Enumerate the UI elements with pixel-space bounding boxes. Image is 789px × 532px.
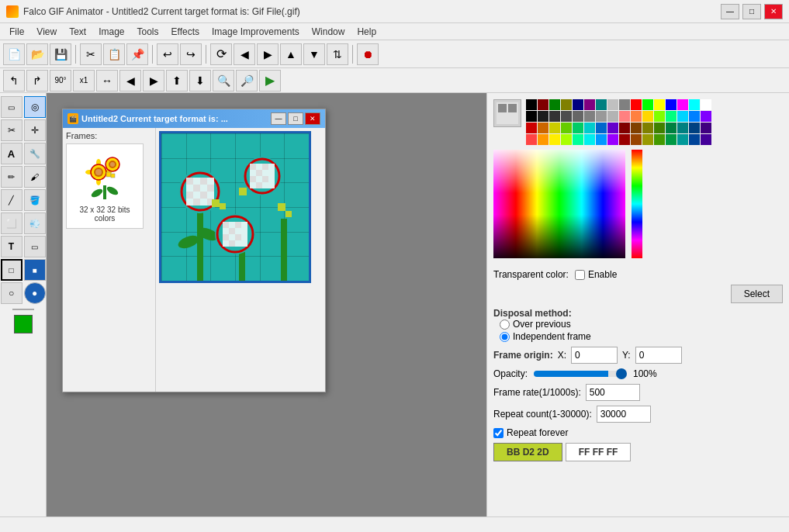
menu-file[interactable]: File: [3, 25, 30, 39]
toolbar-frame-prev[interactable]: ◀: [119, 70, 141, 92]
tool-border-rect[interactable]: □: [1, 259, 22, 281]
palette-color-cell[interactable]: [666, 123, 677, 133]
tool-rect[interactable]: T: [1, 236, 22, 257]
palette-color-cell[interactable]: [561, 99, 572, 110]
palette-color-cell[interactable]: [573, 123, 583, 133]
palette-color-cell[interactable]: [538, 123, 548, 133]
menu-tools[interactable]: Tools: [131, 25, 165, 39]
palette-color-cell[interactable]: [549, 134, 560, 145]
foreground-color[interactable]: [14, 315, 33, 333]
over-previous-radio[interactable]: [500, 320, 510, 330]
toolbar-save[interactable]: 💾: [50, 43, 71, 65]
palette-color-cell[interactable]: [677, 134, 688, 145]
palette-color-cell[interactable]: [701, 134, 711, 145]
palette-color-cell[interactable]: [619, 111, 630, 122]
menu-image-improvements[interactable]: Image Improvements: [206, 25, 306, 39]
tool-circle[interactable]: ○: [1, 282, 22, 304]
palette-color-cell[interactable]: [631, 99, 642, 110]
palette-color-cell[interactable]: [584, 111, 595, 122]
toolbar-zoom-in[interactable]: 🔍: [213, 70, 234, 92]
palette-color-cell[interactable]: [526, 99, 537, 110]
menu-view[interactable]: View: [30, 25, 63, 39]
over-previous-label[interactable]: Over previous: [500, 319, 783, 330]
tool-eraser[interactable]: ⬜: [1, 212, 22, 234]
palette-color-cell[interactable]: [584, 134, 595, 145]
palette-color-cell[interactable]: [538, 99, 548, 110]
tool-select[interactable]: ▭: [1, 96, 22, 118]
toolbar-cut[interactable]: ✂: [80, 43, 102, 65]
palette-color-cell[interactable]: [549, 111, 560, 122]
swatch-2[interactable]: FF FF FF: [566, 443, 632, 461]
toolbar-rotate-right[interactable]: ↱: [26, 70, 48, 92]
minimize-button[interactable]: —: [721, 4, 739, 19]
tool-line[interactable]: ╱: [1, 189, 22, 211]
toolbar-move-right[interactable]: ▶: [257, 43, 279, 65]
palette-color-cell[interactable]: [677, 111, 688, 122]
palette-color-cell[interactable]: [584, 99, 595, 110]
palette-color-cell[interactable]: [561, 111, 572, 122]
palette-color-cell[interactable]: [596, 134, 607, 145]
palette-color-cell[interactable]: [538, 134, 548, 145]
repeat-forever-checkbox[interactable]: [493, 428, 504, 438]
toolbar-paste[interactable]: 📌: [126, 43, 148, 65]
swatch-1[interactable]: BB D2 2D: [493, 443, 562, 461]
palette-color-cell[interactable]: [573, 99, 583, 110]
tool-fill[interactable]: 🪣: [24, 189, 46, 211]
toolbar-frame-next[interactable]: ▶: [143, 70, 164, 92]
color-gradient-picker[interactable]: [493, 150, 625, 258]
toolbar-redo[interactable]: ↪: [180, 43, 202, 65]
palette-color-cell[interactable]: [689, 99, 700, 110]
tool-pencil[interactable]: ✏: [1, 166, 22, 188]
toolbar-record[interactable]: ⏺: [357, 43, 379, 65]
toolbar-copy[interactable]: 📋: [103, 43, 125, 65]
toolbar-new[interactable]: 📄: [3, 43, 25, 65]
palette-color-cell[interactable]: [561, 134, 572, 145]
palette-color-cell[interactable]: [654, 134, 665, 145]
menu-help[interactable]: Help: [351, 25, 382, 39]
palette-color-cell[interactable]: [526, 123, 537, 133]
menu-effects[interactable]: Effects: [165, 25, 206, 39]
palette-color-cell[interactable]: [549, 123, 560, 133]
tool-crop[interactable]: ✂: [1, 119, 22, 141]
palette-color-cell[interactable]: [677, 123, 688, 133]
palette-color-cell[interactable]: [666, 99, 677, 110]
inner-minimize[interactable]: —: [271, 112, 286, 125]
palette-color-cell[interactable]: [642, 111, 653, 122]
y-input[interactable]: [635, 347, 682, 364]
toolbar-open[interactable]: 📂: [26, 43, 48, 65]
tool-filled-rect[interactable]: ■: [24, 259, 46, 281]
frame-thumbnail[interactable]: 32 x 32 32 bits colors: [66, 143, 144, 229]
close-button[interactable]: ✕: [764, 4, 783, 19]
palette-color-cell[interactable]: [596, 111, 607, 122]
gif-canvas[interactable]: [159, 131, 311, 283]
repeat-forever-label[interactable]: Repeat forever: [493, 427, 568, 438]
palette-color-cell[interactable]: [666, 111, 677, 122]
palette-color-cell[interactable]: [642, 123, 653, 133]
palette-color-cell[interactable]: [619, 134, 630, 145]
palette-color-cell[interactable]: [619, 123, 630, 133]
palette-color-cell[interactable]: [607, 123, 618, 133]
palette-color-cell[interactable]: [677, 99, 688, 110]
toolbar-rotate-left[interactable]: ↰: [3, 70, 25, 92]
repeat-count-input[interactable]: [597, 406, 651, 423]
palette-color-cell[interactable]: [701, 99, 711, 110]
tool-move[interactable]: ✛: [24, 119, 46, 141]
toolbar-move-left[interactable]: ◀: [234, 43, 255, 65]
inner-close[interactable]: ✕: [305, 112, 320, 125]
palette-color-cell[interactable]: [538, 111, 548, 122]
toolbar-rotate-ccw[interactable]: ⟳: [210, 43, 232, 65]
palette-color-cell[interactable]: [596, 99, 607, 110]
select-button[interactable]: Select: [731, 285, 783, 303]
palette-color-cell[interactable]: [689, 123, 700, 133]
palette-color-cell[interactable]: [561, 123, 572, 133]
enable-checkbox[interactable]: [575, 270, 585, 280]
palette-color-cell[interactable]: [526, 134, 537, 145]
canvas-preview[interactable]: [156, 128, 325, 392]
independent-frame-radio[interactable]: [500, 332, 510, 342]
palette-color-cell[interactable]: [607, 111, 618, 122]
toolbar-rotate-90cw[interactable]: x1: [73, 70, 95, 92]
palette-color-cell[interactable]: [596, 123, 607, 133]
palette-color-cell[interactable]: [701, 111, 711, 122]
palette-color-cell[interactable]: [631, 123, 642, 133]
menu-image[interactable]: Image: [92, 25, 130, 39]
